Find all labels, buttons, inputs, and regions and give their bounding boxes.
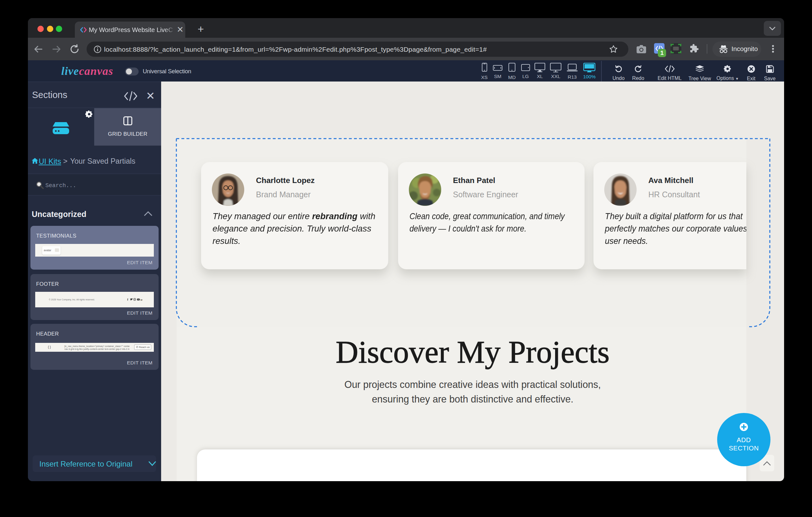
svg-text:f: f [127,298,128,301]
svg-text:in: in [141,298,142,301]
